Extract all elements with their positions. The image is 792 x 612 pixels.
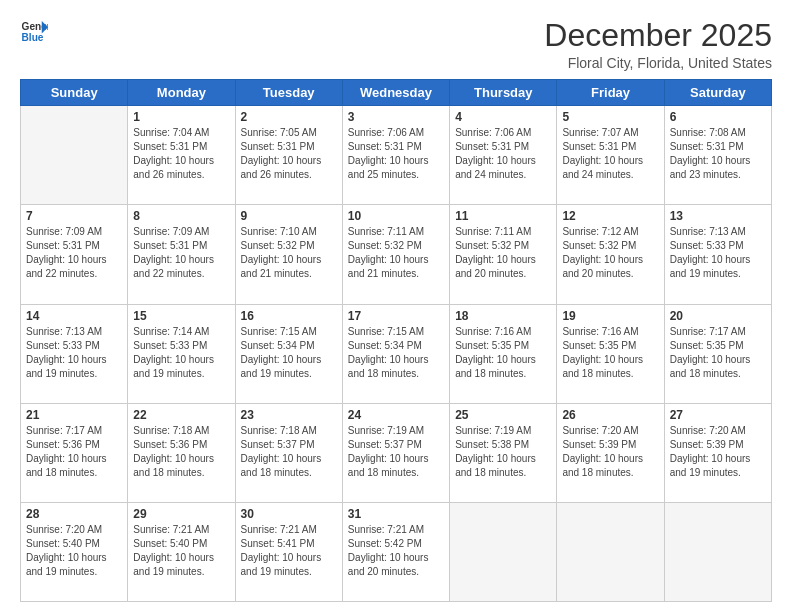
day-number: 17 xyxy=(348,309,444,323)
day-info: Sunrise: 7:21 AMSunset: 5:42 PMDaylight:… xyxy=(348,523,444,579)
day-number: 16 xyxy=(241,309,337,323)
day-number: 23 xyxy=(241,408,337,422)
day-info: Sunrise: 7:08 AMSunset: 5:31 PMDaylight:… xyxy=(670,126,766,182)
day-number: 7 xyxy=(26,209,122,223)
day-info: Sunrise: 7:16 AMSunset: 5:35 PMDaylight:… xyxy=(455,325,551,381)
day-info: Sunrise: 7:04 AMSunset: 5:31 PMDaylight:… xyxy=(133,126,229,182)
calendar-cell: 14Sunrise: 7:13 AMSunset: 5:33 PMDayligh… xyxy=(21,304,128,403)
calendar-cell xyxy=(450,502,557,601)
day-info: Sunrise: 7:20 AMSunset: 5:39 PMDaylight:… xyxy=(562,424,658,480)
page: General Blue December 2025 Floral City, … xyxy=(0,0,792,612)
day-info: Sunrise: 7:18 AMSunset: 5:36 PMDaylight:… xyxy=(133,424,229,480)
calendar-week-3: 21Sunrise: 7:17 AMSunset: 5:36 PMDayligh… xyxy=(21,403,772,502)
calendar-cell: 27Sunrise: 7:20 AMSunset: 5:39 PMDayligh… xyxy=(664,403,771,502)
day-info: Sunrise: 7:09 AMSunset: 5:31 PMDaylight:… xyxy=(26,225,122,281)
calendar-cell: 6Sunrise: 7:08 AMSunset: 5:31 PMDaylight… xyxy=(664,106,771,205)
calendar-cell: 1Sunrise: 7:04 AMSunset: 5:31 PMDaylight… xyxy=(128,106,235,205)
calendar-cell: 21Sunrise: 7:17 AMSunset: 5:36 PMDayligh… xyxy=(21,403,128,502)
month-title: December 2025 xyxy=(544,18,772,53)
calendar-cell: 24Sunrise: 7:19 AMSunset: 5:37 PMDayligh… xyxy=(342,403,449,502)
calendar-cell: 22Sunrise: 7:18 AMSunset: 5:36 PMDayligh… xyxy=(128,403,235,502)
logo-icon: General Blue xyxy=(20,18,48,46)
calendar-cell xyxy=(664,502,771,601)
day-number: 22 xyxy=(133,408,229,422)
day-info: Sunrise: 7:20 AMSunset: 5:40 PMDaylight:… xyxy=(26,523,122,579)
day-info: Sunrise: 7:20 AMSunset: 5:39 PMDaylight:… xyxy=(670,424,766,480)
logo: General Blue xyxy=(20,18,48,46)
day-number: 24 xyxy=(348,408,444,422)
day-info: Sunrise: 7:21 AMSunset: 5:40 PMDaylight:… xyxy=(133,523,229,579)
calendar-cell: 13Sunrise: 7:13 AMSunset: 5:33 PMDayligh… xyxy=(664,205,771,304)
calendar-cell: 2Sunrise: 7:05 AMSunset: 5:31 PMDaylight… xyxy=(235,106,342,205)
calendar-cell: 17Sunrise: 7:15 AMSunset: 5:34 PMDayligh… xyxy=(342,304,449,403)
calendar-cell: 10Sunrise: 7:11 AMSunset: 5:32 PMDayligh… xyxy=(342,205,449,304)
day-number: 5 xyxy=(562,110,658,124)
calendar-cell: 26Sunrise: 7:20 AMSunset: 5:39 PMDayligh… xyxy=(557,403,664,502)
calendar-cell: 20Sunrise: 7:17 AMSunset: 5:35 PMDayligh… xyxy=(664,304,771,403)
day-number: 21 xyxy=(26,408,122,422)
day-number: 19 xyxy=(562,309,658,323)
day-number: 3 xyxy=(348,110,444,124)
day-info: Sunrise: 7:11 AMSunset: 5:32 PMDaylight:… xyxy=(455,225,551,281)
day-info: Sunrise: 7:07 AMSunset: 5:31 PMDaylight:… xyxy=(562,126,658,182)
svg-text:Blue: Blue xyxy=(22,32,44,43)
day-number: 30 xyxy=(241,507,337,521)
calendar-cell: 25Sunrise: 7:19 AMSunset: 5:38 PMDayligh… xyxy=(450,403,557,502)
day-info: Sunrise: 7:17 AMSunset: 5:35 PMDaylight:… xyxy=(670,325,766,381)
day-info: Sunrise: 7:16 AMSunset: 5:35 PMDaylight:… xyxy=(562,325,658,381)
calendar-table: SundayMondayTuesdayWednesdayThursdayFrid… xyxy=(20,79,772,602)
title-block: December 2025 Floral City, Florida, Unit… xyxy=(544,18,772,71)
day-info: Sunrise: 7:09 AMSunset: 5:31 PMDaylight:… xyxy=(133,225,229,281)
day-number: 12 xyxy=(562,209,658,223)
header: General Blue December 2025 Floral City, … xyxy=(20,18,772,71)
calendar-cell: 23Sunrise: 7:18 AMSunset: 5:37 PMDayligh… xyxy=(235,403,342,502)
day-info: Sunrise: 7:11 AMSunset: 5:32 PMDaylight:… xyxy=(348,225,444,281)
day-number: 14 xyxy=(26,309,122,323)
day-header-wednesday: Wednesday xyxy=(342,80,449,106)
calendar-cell: 7Sunrise: 7:09 AMSunset: 5:31 PMDaylight… xyxy=(21,205,128,304)
calendar-week-4: 28Sunrise: 7:20 AMSunset: 5:40 PMDayligh… xyxy=(21,502,772,601)
calendar-header-row: SundayMondayTuesdayWednesdayThursdayFrid… xyxy=(21,80,772,106)
day-info: Sunrise: 7:15 AMSunset: 5:34 PMDaylight:… xyxy=(241,325,337,381)
calendar-week-1: 7Sunrise: 7:09 AMSunset: 5:31 PMDaylight… xyxy=(21,205,772,304)
day-info: Sunrise: 7:10 AMSunset: 5:32 PMDaylight:… xyxy=(241,225,337,281)
calendar-cell: 31Sunrise: 7:21 AMSunset: 5:42 PMDayligh… xyxy=(342,502,449,601)
day-info: Sunrise: 7:12 AMSunset: 5:32 PMDaylight:… xyxy=(562,225,658,281)
day-info: Sunrise: 7:17 AMSunset: 5:36 PMDaylight:… xyxy=(26,424,122,480)
calendar-cell: 19Sunrise: 7:16 AMSunset: 5:35 PMDayligh… xyxy=(557,304,664,403)
calendar-cell: 30Sunrise: 7:21 AMSunset: 5:41 PMDayligh… xyxy=(235,502,342,601)
day-info: Sunrise: 7:21 AMSunset: 5:41 PMDaylight:… xyxy=(241,523,337,579)
day-info: Sunrise: 7:05 AMSunset: 5:31 PMDaylight:… xyxy=(241,126,337,182)
day-header-thursday: Thursday xyxy=(450,80,557,106)
day-number: 11 xyxy=(455,209,551,223)
day-number: 15 xyxy=(133,309,229,323)
day-header-sunday: Sunday xyxy=(21,80,128,106)
day-number: 28 xyxy=(26,507,122,521)
calendar-cell: 4Sunrise: 7:06 AMSunset: 5:31 PMDaylight… xyxy=(450,106,557,205)
day-number: 4 xyxy=(455,110,551,124)
calendar-cell: 18Sunrise: 7:16 AMSunset: 5:35 PMDayligh… xyxy=(450,304,557,403)
day-header-friday: Friday xyxy=(557,80,664,106)
day-number: 25 xyxy=(455,408,551,422)
day-number: 31 xyxy=(348,507,444,521)
calendar-cell: 28Sunrise: 7:20 AMSunset: 5:40 PMDayligh… xyxy=(21,502,128,601)
day-info: Sunrise: 7:13 AMSunset: 5:33 PMDaylight:… xyxy=(670,225,766,281)
day-number: 1 xyxy=(133,110,229,124)
day-number: 8 xyxy=(133,209,229,223)
location: Floral City, Florida, United States xyxy=(544,55,772,71)
day-info: Sunrise: 7:15 AMSunset: 5:34 PMDaylight:… xyxy=(348,325,444,381)
calendar-week-0: 1Sunrise: 7:04 AMSunset: 5:31 PMDaylight… xyxy=(21,106,772,205)
day-info: Sunrise: 7:18 AMSunset: 5:37 PMDaylight:… xyxy=(241,424,337,480)
calendar-cell: 9Sunrise: 7:10 AMSunset: 5:32 PMDaylight… xyxy=(235,205,342,304)
calendar-cell: 5Sunrise: 7:07 AMSunset: 5:31 PMDaylight… xyxy=(557,106,664,205)
day-number: 10 xyxy=(348,209,444,223)
day-info: Sunrise: 7:19 AMSunset: 5:37 PMDaylight:… xyxy=(348,424,444,480)
day-number: 27 xyxy=(670,408,766,422)
day-number: 26 xyxy=(562,408,658,422)
calendar-week-2: 14Sunrise: 7:13 AMSunset: 5:33 PMDayligh… xyxy=(21,304,772,403)
day-info: Sunrise: 7:13 AMSunset: 5:33 PMDaylight:… xyxy=(26,325,122,381)
day-header-saturday: Saturday xyxy=(664,80,771,106)
day-number: 18 xyxy=(455,309,551,323)
calendar-cell: 29Sunrise: 7:21 AMSunset: 5:40 PMDayligh… xyxy=(128,502,235,601)
day-header-tuesday: Tuesday xyxy=(235,80,342,106)
